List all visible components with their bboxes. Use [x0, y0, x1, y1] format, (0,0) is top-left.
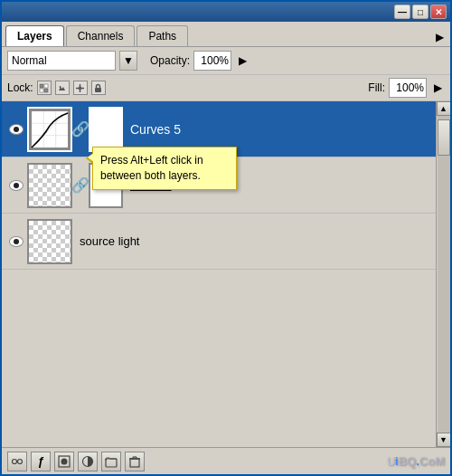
new-group-button[interactable]: [101, 452, 121, 471]
svg-point-4: [60, 86, 61, 88]
bottom-toolbar: ƒ: [2, 447, 450, 474]
scroll-up-button[interactable]: ▲: [437, 101, 451, 116]
svg-point-20: [61, 458, 68, 464]
svg-rect-0: [40, 84, 43, 88]
scrollbar-right: ▲ ▼: [436, 101, 450, 447]
eye-visibility-ironball[interactable]: [5, 159, 27, 211]
watermark: UiBQ.CoM: [387, 454, 445, 468]
layer-row[interactable]: 🔗 Curves 5 Press Alt+Left click in betwe…: [2, 101, 436, 157]
opacity-input[interactable]: 100%: [193, 51, 231, 71]
add-mask-button[interactable]: [54, 452, 74, 471]
tooltip-box: Press Alt+Left click in between both lay…: [92, 147, 237, 190]
layers-list: 🔗 Curves 5 Press Alt+Left click in betwe…: [2, 101, 436, 447]
scroll-track: [438, 116, 450, 433]
layer-styles-button[interactable]: ƒ: [31, 452, 51, 471]
tab-channels[interactable]: Channels: [66, 25, 136, 46]
fill-arrow[interactable]: ▶: [430, 78, 445, 98]
layer-mask-thumb-curves5[interactable]: [89, 107, 123, 152]
layers-body: 🔗 Curves 5 Press Alt+Left click in betwe…: [2, 101, 450, 447]
lock-label: Lock:: [7, 81, 33, 94]
new-adjustment-button[interactable]: [78, 452, 98, 471]
layer-thumbnails-sourcelight: [27, 219, 72, 264]
delete-layer-button[interactable]: [125, 452, 145, 471]
svg-point-17: [18, 459, 23, 463]
blend-opacity-row: Normal ▼ Opacity: 100% ▶: [2, 47, 450, 75]
svg-point-16: [13, 459, 17, 463]
close-button[interactable]: ✕: [430, 5, 447, 19]
eye-visibility-curves5[interactable]: [5, 103, 27, 155]
scroll-thumb[interactable]: [438, 119, 450, 156]
toolbar-left: ƒ: [7, 452, 145, 471]
opacity-label: Opacity:: [150, 54, 190, 67]
svg-rect-2: [40, 89, 43, 92]
eye-icon: [9, 180, 24, 191]
fill-label: Fill:: [368, 81, 385, 94]
eye-icon: [9, 124, 24, 135]
layer-row[interactable]: source light: [2, 214, 436, 270]
layer-link-curves5: 🔗: [74, 123, 87, 136]
blend-mode-dropdown[interactable]: ▼: [119, 51, 137, 71]
eye-visibility-sourcelight[interactable]: [5, 215, 27, 267]
link-layers-button[interactable]: [7, 452, 27, 471]
layers-panel: — □ ✕ Layers Channels Paths ▶ Normal ▼ O…: [0, 0, 452, 476]
restore-button[interactable]: □: [412, 5, 428, 19]
svg-rect-8: [95, 88, 101, 92]
layer-name-sourcelight: source light: [72, 234, 432, 248]
lock-all-btn[interactable]: [91, 81, 106, 95]
minimize-button[interactable]: —: [394, 5, 410, 19]
fill-input[interactable]: 100%: [389, 78, 427, 98]
eye-icon: [9, 236, 24, 247]
layer-thumbnails-curves5: 🔗: [27, 107, 123, 152]
layer-main-thumb-sourcelight[interactable]: [27, 219, 72, 264]
tab-paths[interactable]: Paths: [137, 25, 188, 46]
layer-link-ironball: 🔗: [74, 179, 87, 192]
layer-name-curves5: Curves 5: [123, 122, 432, 137]
scroll-down-button[interactable]: ▼: [437, 433, 451, 447]
lock-image-btn[interactable]: [55, 81, 70, 95]
panel-options-arrow[interactable]: ▶: [432, 28, 447, 46]
layers-spacer: [2, 270, 436, 447]
tabs-row: Layers Channels Paths ▶: [2, 22, 450, 47]
svg-rect-1: [44, 89, 48, 92]
svg-rect-23: [130, 459, 139, 467]
layer-main-thumb-ironball[interactable]: [27, 163, 72, 208]
lock-row: Lock:: [2, 75, 450, 101]
layer-main-thumb-curves5[interactable]: [27, 107, 72, 152]
lock-transparent-btn[interactable]: [37, 81, 52, 95]
title-bar: — □ ✕: [2, 2, 450, 22]
svg-rect-3: [44, 84, 48, 88]
tab-layers[interactable]: Layers: [5, 25, 64, 46]
svg-rect-22: [106, 459, 117, 467]
blend-mode-select[interactable]: Normal: [7, 51, 116, 71]
lock-position-btn[interactable]: [73, 81, 88, 95]
opacity-arrow[interactable]: ▶: [235, 51, 250, 71]
